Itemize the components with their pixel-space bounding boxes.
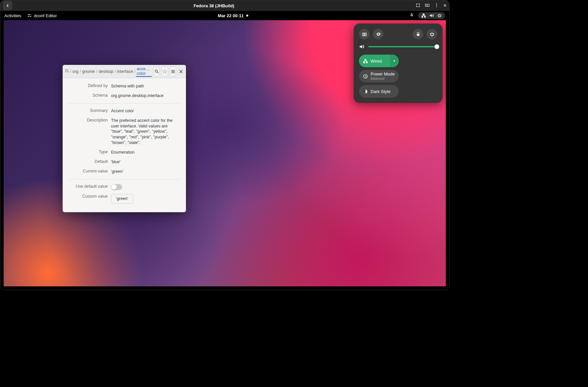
- network-wired-toggle[interactable]: Wired: [359, 55, 399, 67]
- dconf-editor-window: / org / gnome / desktop / interface / ac…: [63, 65, 186, 212]
- breadcrumb-gnome[interactable]: gnome: [82, 69, 95, 74]
- switch-knob: [111, 184, 117, 190]
- volume-slider-row: [359, 44, 437, 49]
- back-button[interactable]: [3, 1, 12, 10]
- keyboard-icon[interactable]: [425, 3, 430, 9]
- svg-point-8: [411, 13, 412, 14]
- gnome-top-panel: Activities dconf Editor Mar 22 00:11: [0, 11, 449, 20]
- settings-button[interactable]: [373, 29, 383, 39]
- dark-style-toggle[interactable]: Dark Style: [359, 85, 399, 98]
- svg-rect-2: [427, 5, 427, 5]
- dark-style-label: Dark Style: [371, 89, 390, 94]
- network-wired-icon: [363, 59, 368, 64]
- app-menu-button[interactable]: dconf Editor: [27, 13, 57, 18]
- network-wired-icon: [421, 13, 426, 18]
- description-value: The preferred accent color for the user …: [111, 118, 181, 146]
- custom-value-button[interactable]: 'green': [111, 194, 133, 204]
- separator: /: [70, 69, 71, 74]
- dconf-headerbar: / org / gnome / desktop / interface / ac…: [63, 65, 186, 78]
- close-icon: [179, 69, 183, 74]
- svg-rect-1: [426, 5, 426, 5]
- search-button[interactable]: [153, 67, 160, 76]
- settings-sliders-icon: [27, 13, 32, 18]
- breadcrumb-desktop[interactable]: desktop: [98, 69, 114, 74]
- description-label: Description: [68, 118, 111, 146]
- power-mode-label: Power Mode: [371, 72, 395, 76]
- wired-submenu-button[interactable]: [390, 55, 399, 67]
- svg-rect-0: [425, 4, 429, 6]
- separator: /: [80, 69, 81, 74]
- dark-style-icon: [363, 89, 368, 94]
- svg-rect-15: [365, 59, 367, 60]
- menu-dots-icon[interactable]: [434, 3, 439, 9]
- window-title: Fedora 38 (JHBuild): [12, 3, 416, 8]
- svg-point-7: [436, 6, 437, 7]
- wired-label: Wired: [371, 59, 382, 64]
- svg-rect-3: [428, 5, 428, 5]
- separator: /: [115, 69, 116, 74]
- clock-label: Mar 22 00:11: [218, 13, 244, 18]
- chevron-left-icon: [6, 4, 10, 8]
- separator: /: [96, 69, 97, 74]
- usedefault-label: Use default value: [68, 184, 111, 190]
- system-status-area[interactable]: [418, 12, 445, 19]
- path-root-icon[interactable]: [65, 69, 69, 74]
- default-label: Default: [68, 159, 111, 165]
- custom-label: Custom value: [68, 194, 111, 204]
- volume-slider[interactable]: [368, 46, 437, 47]
- bookmark-button[interactable]: [161, 67, 168, 76]
- current-label: Current value: [68, 169, 111, 174]
- power-mode-sublabel: Balanced: [371, 77, 395, 80]
- summary-label: Summary: [68, 108, 111, 114]
- power-mode-toggle[interactable]: Power Mode Balanced: [359, 70, 399, 82]
- fullscreen-icon[interactable]: [416, 3, 420, 9]
- breadcrumb-interface[interactable]: interface: [116, 69, 134, 74]
- close-button[interactable]: [178, 67, 184, 76]
- slider-thumb[interactable]: [435, 44, 439, 49]
- hamburger-menu-button[interactable]: [170, 67, 176, 76]
- svg-rect-14: [417, 34, 419, 36]
- breadcrumb-org[interactable]: org: [72, 69, 79, 74]
- default-value: 'blue': [111, 159, 181, 165]
- svg-point-20: [155, 70, 157, 72]
- app-menu-label: dconf Editor: [34, 13, 57, 18]
- activities-button[interactable]: Activities: [4, 13, 21, 18]
- screenshot-button[interactable]: [359, 29, 370, 39]
- definedby-value: Schema with path: [111, 83, 181, 89]
- accessibility-icon[interactable]: [409, 13, 414, 19]
- volume-icon: [429, 13, 434, 18]
- svg-point-5: [436, 3, 437, 4]
- search-icon: [154, 69, 159, 74]
- close-button[interactable]: ×: [443, 3, 446, 9]
- summary-value: Accent color: [111, 108, 181, 114]
- schema-label: Schema: [68, 93, 111, 99]
- star-icon: [162, 69, 167, 74]
- svg-point-6: [436, 5, 437, 6]
- dconf-body: Defined bySchema with path Schemaorg.gno…: [63, 78, 186, 212]
- chevron-right-icon: [393, 59, 396, 63]
- hamburger-icon: [171, 69, 175, 74]
- svg-point-13: [364, 33, 365, 35]
- svg-rect-9: [423, 14, 424, 15]
- schema-value: org.gnome.desktop.interface: [111, 93, 181, 99]
- power-mode-icon: [363, 74, 368, 79]
- use-default-switch[interactable]: [111, 184, 122, 190]
- power-icon: [437, 13, 442, 18]
- separator: /: [134, 69, 135, 74]
- svg-rect-4: [426, 5, 428, 6]
- lock-button[interactable]: [413, 29, 423, 39]
- notification-dot-icon: [246, 15, 248, 17]
- clock-button[interactable]: Mar 22 00:11: [57, 13, 409, 18]
- quick-settings-panel: Wired Power Mode Balanced Dark Style: [354, 24, 442, 103]
- window-titlebar: Fedora 38 (JHBuild) ×: [0, 0, 449, 11]
- type-value: Enumeration: [111, 150, 181, 155]
- type-label: Type: [68, 150, 111, 155]
- breadcrumb-leaf[interactable]: acce… color: [136, 66, 151, 77]
- current-value: 'green': [111, 169, 181, 174]
- volume-icon: [359, 44, 364, 49]
- power-menu-button[interactable]: [427, 29, 437, 39]
- definedby-label: Defined by: [68, 83, 111, 89]
